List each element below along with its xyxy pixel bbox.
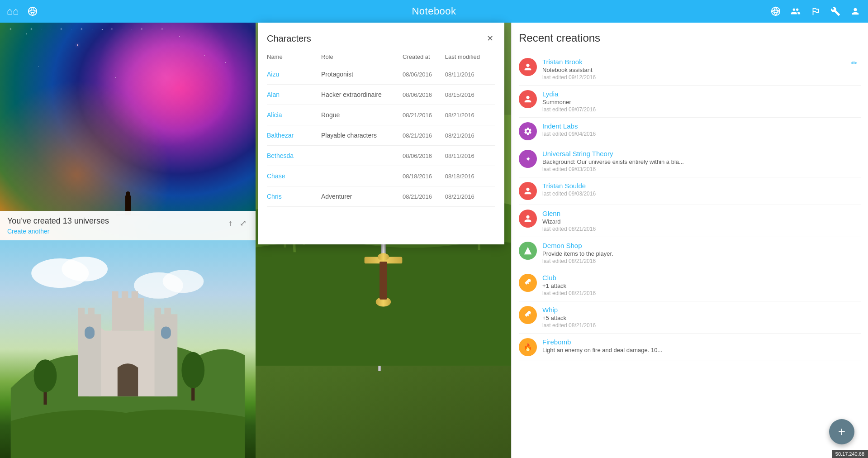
item-date: last edited 08/21/2016 (542, 226, 861, 232)
item-desc: Notebook assistant (542, 67, 796, 73)
item-avatar (519, 122, 537, 140)
char-created: 08/21/2016 (403, 125, 445, 146)
castle-background (0, 240, 256, 458)
char-name[interactable]: Balthezar (267, 125, 321, 146)
panel-title: Characters (267, 33, 311, 44)
item-date: last edited 09/03/2016 (542, 166, 861, 172)
item-avatar (519, 274, 537, 292)
table-row[interactable]: Alan Hacker extraordinaire 08/06/2016 08… (267, 85, 495, 105)
char-modified: 08/21/2016 (445, 125, 495, 146)
item-content: Tristan Soulde last edited 09/03/2016 (542, 182, 861, 197)
item-avatar: 🔥 (519, 338, 537, 356)
fab-button[interactable]: + (829, 419, 854, 444)
char-name[interactable]: Aizu (267, 64, 321, 85)
list-item[interactable]: Tristan Soulde last edited 09/03/2016 (519, 177, 861, 205)
item-content: Firebomb Light an enemy on fire and deal… (542, 338, 861, 353)
item-content: Club +1 attack last edited 08/21/2016 (542, 274, 861, 296)
people-icon[interactable] (790, 6, 801, 17)
content-area: You've created 13 universes Create anoth… (0, 23, 511, 458)
mountains-icon[interactable] (810, 6, 821, 17)
item-desc: +5 attack (542, 315, 796, 321)
char-modified: 08/18/2016 (445, 166, 495, 186)
item-content: Glenn Wizard last edited 08/21/2016 (542, 210, 861, 232)
item-avatar (519, 210, 537, 228)
item-name: Whip (542, 306, 861, 314)
svg-rect-17 (132, 291, 138, 301)
char-role: Adventurer (321, 186, 403, 207)
char-name[interactable]: Chris (267, 186, 321, 207)
char-created: 08/21/2016 (403, 105, 445, 125)
item-date: last edited 08/21/2016 (542, 322, 861, 329)
globe-icon2[interactable] (770, 6, 781, 17)
list-item[interactable]: Tristan Brook Notebook assistant last ed… (519, 53, 861, 86)
edit-icon[interactable]: ✏ (851, 59, 857, 67)
table-row[interactable]: Aizu Protagonist 08/06/2016 08/11/2016 (267, 64, 495, 85)
list-item[interactable]: Demon Shop Provide items to the player. … (519, 237, 861, 269)
char-name[interactable]: Alicia (267, 105, 321, 125)
svg-point-6 (163, 270, 204, 293)
table-row[interactable]: Balthezar Playable characters 08/21/2016… (267, 125, 495, 146)
col-name: Name (267, 50, 321, 64)
characters-table-container[interactable]: Name Role Created at Last modified Aizu … (258, 50, 504, 244)
item-content: Universal String Theory Background: Our … (542, 150, 861, 172)
header-right-nav (770, 6, 861, 17)
item-name: Lydia (542, 90, 861, 98)
char-modified: 08/15/2016 (445, 85, 495, 105)
col-created: Created at (403, 50, 445, 64)
svg-rect-12 (88, 308, 95, 318)
item-avatar (519, 90, 537, 108)
main-content: You've created 13 universes Create anoth… (0, 23, 868, 458)
close-panel-button[interactable]: ✕ (485, 32, 495, 45)
list-item[interactable]: Indent Labs last edited 09/04/2016 (519, 118, 861, 145)
list-item[interactable]: ✦ Universal String Theory Background: Ou… (519, 145, 861, 177)
panel-header: Characters ✕ (258, 23, 504, 50)
item-avatar (519, 182, 537, 200)
list-item[interactable]: Lydia Summoner last edited 09/07/2016 (519, 86, 861, 118)
char-name[interactable]: Chase (267, 166, 321, 186)
item-avatar: ✦ (519, 150, 537, 168)
list-item[interactable]: Glenn Wizard last edited 08/21/2016 (519, 205, 861, 237)
svg-point-23 (181, 352, 204, 388)
create-another-link[interactable]: Create another (7, 228, 109, 235)
list-item[interactable]: Club +1 attack last edited 08/21/2016 (519, 269, 861, 301)
item-name: Firebomb (542, 338, 861, 346)
svg-point-4 (62, 257, 108, 281)
char-modified: 08/11/2016 (445, 64, 495, 85)
svg-rect-15 (112, 291, 119, 301)
tools-icon[interactable] (830, 6, 841, 17)
item-name: Tristan Brook (542, 58, 861, 66)
char-role (321, 166, 403, 186)
svg-rect-18 (85, 327, 95, 339)
svg-rect-10 (112, 298, 144, 331)
char-role: Protagonist (321, 64, 403, 85)
char-created: 08/18/2016 (403, 166, 445, 186)
table-row[interactable]: Bethesda 08/06/2016 08/11/2016 (267, 146, 495, 166)
expand-button[interactable]: ⤢ (238, 216, 248, 230)
char-name[interactable]: Bethesda (267, 146, 321, 166)
upload-button[interactable]: ↑ (227, 217, 234, 230)
item-avatar (519, 306, 537, 324)
castle-universe-card[interactable] (0, 240, 256, 458)
item-content: Whip +5 attack last edited 08/21/2016 (542, 306, 861, 329)
ip-badge: 50.17.240.68 (832, 450, 868, 458)
item-date: last edited 09/12/2016 (542, 74, 861, 81)
home-icon[interactable]: ⌂ (7, 6, 18, 17)
universe-count-title: You've created 13 universes (7, 216, 109, 225)
table-row[interactable]: Chris Adventurer 08/21/2016 08/21/2016 (267, 186, 495, 207)
account-icon[interactable] (850, 6, 861, 17)
item-name: Tristan Soulde (542, 182, 861, 190)
galaxy-universe-card[interactable]: You've created 13 universes Create anoth… (0, 23, 256, 240)
char-name[interactable]: Alan (267, 85, 321, 105)
item-desc: +1 attack (542, 282, 796, 289)
item-desc: Summoner (542, 99, 796, 105)
table-row[interactable]: Alicia Rogue 08/21/2016 08/21/2016 (267, 105, 495, 125)
list-item[interactable]: 🔥 Firebomb Light an enemy on fire and de… (519, 334, 861, 361)
item-date: last edited 09/04/2016 (542, 131, 861, 137)
char-modified: 08/21/2016 (445, 186, 495, 207)
item-content: Indent Labs last edited 09/04/2016 (542, 122, 861, 137)
item-content: Tristan Brook Notebook assistant last ed… (542, 58, 861, 81)
list-item[interactable]: Whip +5 attack last edited 08/21/2016 (519, 301, 861, 334)
svg-rect-19 (161, 327, 171, 339)
table-row[interactable]: Chase 08/18/2016 08/18/2016 (267, 166, 495, 186)
globe-icon[interactable] (27, 6, 38, 17)
